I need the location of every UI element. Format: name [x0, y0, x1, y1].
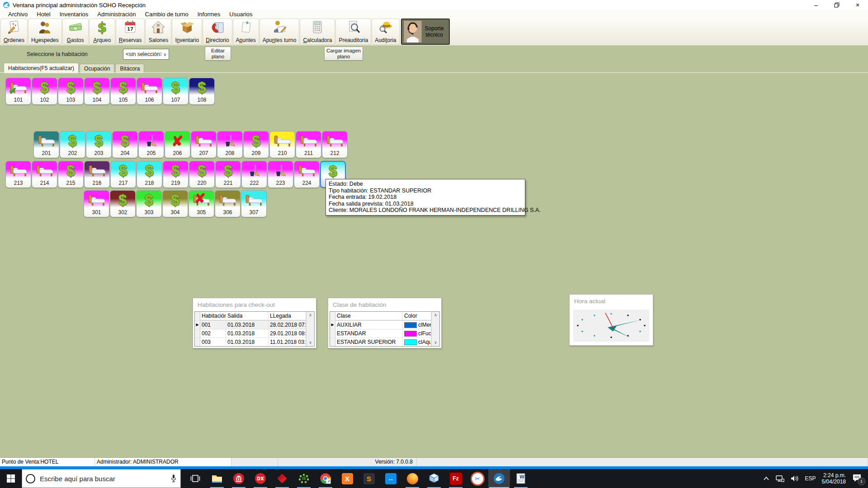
room-tile-210[interactable]: 210: [269, 131, 295, 158]
table-row[interactable]: ESTANDARclFuc: [330, 329, 431, 338]
word-icon[interactable]: W: [510, 469, 532, 488]
room-tile-221[interactable]: $221: [215, 161, 241, 188]
room-tile-303[interactable]: $303: [136, 190, 162, 217]
load-plan-image-button[interactable]: Cargar imagen plano: [324, 47, 363, 61]
soho-app-icon[interactable]: [488, 469, 510, 488]
xampp-icon[interactable]: X: [336, 469, 358, 488]
language-indicator[interactable]: ESP: [805, 475, 816, 482]
toolbar-button-huespedes[interactable]: Huespedes: [28, 19, 62, 45]
room-tile-103[interactable]: $103: [58, 78, 84, 105]
chrome-icon[interactable]: ↗: [315, 469, 336, 488]
diamond-app-icon[interactable]: [271, 469, 293, 488]
toolbar-button-reservas[interactable]: Reservas: [116, 19, 145, 45]
room-tile-219[interactable]: $219: [163, 161, 189, 188]
room-tile-216[interactable]: 216: [84, 161, 110, 188]
room-tile-209[interactable]: $209: [243, 131, 269, 158]
room-tile-202[interactable]: $202: [60, 131, 85, 158]
restore-button[interactable]: [826, 0, 847, 10]
task-view-icon[interactable]: [184, 469, 206, 488]
toolbar-button-arqueo[interactable]: Arqueo: [89, 19, 115, 45]
room-tile-220[interactable]: $220: [189, 161, 215, 188]
room-tile-223[interactable]: 223: [268, 161, 293, 188]
scroll-down-icon[interactable]: ∨: [307, 339, 314, 346]
room-tile-307[interactable]: 307: [241, 190, 267, 217]
room-tile-107[interactable]: $107: [163, 78, 189, 105]
menu-item-cambio-de-turno[interactable]: Cambio de turno: [141, 11, 193, 18]
room-tile-105[interactable]: $105: [110, 78, 136, 105]
room-tile-211[interactable]: 211: [296, 131, 321, 158]
room-tile-203[interactable]: $203: [86, 131, 112, 158]
room-tile-208[interactable]: 208: [217, 131, 243, 158]
room-tile-102[interactable]: $102: [32, 78, 57, 105]
screen-capture-icon[interactable]: ✂: [467, 469, 488, 488]
room-tile-218[interactable]: $218: [137, 161, 162, 188]
room-tile-305[interactable]: ✘305: [189, 190, 214, 217]
room-tile-108[interactable]: $108: [189, 78, 215, 105]
tab-habitaciones-f5-actualizar[interactable]: Habitaciones(F5 actualizar): [4, 63, 79, 73]
virtualbox-icon[interactable]: [423, 469, 445, 488]
room-tile-212[interactable]: 212: [322, 131, 348, 158]
table-row[interactable]: ▶00101.03.201828.02.2018 07:47: [195, 321, 306, 329]
bank-app-icon[interactable]: [228, 469, 250, 488]
interbase-icon[interactable]: IB: [293, 469, 315, 488]
scroll-down-icon[interactable]: ∨: [432, 339, 439, 346]
filezilla-icon[interactable]: Fz: [445, 469, 467, 488]
room-tile-207[interactable]: 207: [191, 131, 217, 158]
table-row[interactable]: ▶AUXILIARclMer: [330, 321, 431, 329]
room-tile-302[interactable]: $302: [110, 190, 136, 217]
menu-item-archivo[interactable]: Archivo: [4, 11, 32, 18]
tab-bit-cora[interactable]: Bitácora: [115, 64, 144, 73]
menu-item-hotel[interactable]: Hotel: [32, 11, 55, 18]
toolbar-button-preauditoria[interactable]: Preauditoria: [335, 19, 371, 45]
toolbar-button-directorio[interactable]: Directorio: [203, 19, 232, 45]
room-tile-106[interactable]: 106: [137, 78, 162, 105]
room-tile-101[interactable]: ✔101: [5, 78, 31, 105]
toolbar-button-apuntes-turno[interactable]: Apuntes turno: [259, 19, 300, 45]
sublime-icon[interactable]: S: [358, 469, 380, 488]
room-tile-301[interactable]: 301: [84, 190, 109, 217]
table-row[interactable]: ESTANDAR SUPERIORclAqu: [330, 338, 431, 346]
room-tile-222[interactable]: 222: [241, 161, 267, 188]
search-input[interactable]: [39, 474, 167, 483]
minimize-button[interactable]: –: [806, 0, 826, 10]
room-select-dropdown[interactable]: <sin selección> ∨: [123, 49, 169, 60]
room-tile-224[interactable]: 224: [294, 161, 320, 188]
toolbar-button-soporte-tecnico[interactable]: Soporte técnico: [401, 19, 450, 45]
toolbar-button-gastos[interactable]: Gastos: [62, 19, 89, 45]
firefox-icon[interactable]: [401, 469, 423, 488]
menu-item-inventarios[interactable]: Inventarios: [55, 11, 93, 18]
close-button[interactable]: ×: [847, 0, 868, 10]
tab-ocupaci-n[interactable]: Ocupación: [80, 64, 114, 73]
room-tile-205[interactable]: 205: [138, 131, 164, 158]
table-row[interactable]: 00301.03.201811.01.2018 03:42: [195, 338, 306, 346]
menu-item-informes[interactable]: Informes: [193, 11, 225, 18]
toolbar-button-calculadora[interactable]: Calculadora: [300, 19, 335, 45]
menu-item-administraci-n[interactable]: Administración: [93, 11, 140, 18]
network-icon[interactable]: [775, 475, 784, 482]
taskbar-search[interactable]: [22, 469, 181, 488]
teamviewer-icon[interactable]: ↔: [380, 469, 401, 488]
scroll-up-icon[interactable]: ∧: [432, 312, 439, 319]
room-tile-306[interactable]: 306: [215, 190, 241, 217]
room-class-scrollbar[interactable]: ∧ ∨: [431, 312, 439, 346]
edit-plan-button[interactable]: Editar plano: [205, 47, 231, 61]
action-center-icon[interactable]: 1: [852, 473, 863, 484]
dx-app-icon[interactable]: DX: [250, 469, 271, 488]
scroll-up-icon[interactable]: ∧: [307, 312, 314, 319]
room-tile-217[interactable]: $217: [110, 161, 136, 188]
file-explorer-icon[interactable]: [206, 469, 228, 488]
tray-chevron-icon[interactable]: [763, 476, 769, 481]
room-tile-206[interactable]: ✘206: [165, 131, 190, 158]
toolbar-button-apuntes[interactable]: Apuntes: [233, 19, 259, 45]
microphone-icon[interactable]: [170, 474, 177, 483]
checkout-scrollbar[interactable]: ∧ ∨: [306, 312, 314, 346]
toolbar-button-salones[interactable]: Salones: [145, 19, 171, 45]
toolbar-button-auditoria[interactable]: Auditoria: [372, 19, 399, 45]
room-tile-204[interactable]: $204: [112, 131, 138, 158]
toolbar-button-inventario[interactable]: Inventario: [172, 19, 202, 45]
toolbar-button-ordenes[interactable]: Ordenes: [0, 19, 28, 45]
room-tile-304[interactable]: $304: [162, 190, 188, 217]
room-tile-215[interactable]: $215: [58, 161, 84, 188]
menu-item-usuarios[interactable]: Usuarios: [225, 11, 257, 18]
start-button[interactable]: [0, 469, 22, 488]
